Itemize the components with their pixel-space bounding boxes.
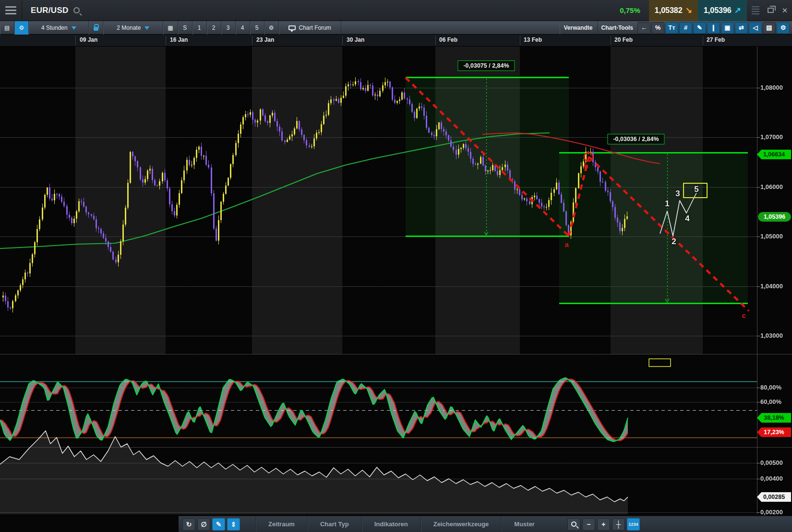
x-axis-label: 06 Feb	[439, 36, 457, 43]
chart-settings-icon[interactable]: ⚙	[777, 22, 790, 34]
numbers-icon[interactable]: 1234	[627, 518, 640, 531]
preset-button-S[interactable]: S	[178, 21, 192, 35]
bottom-menu-chart-typ[interactable]: Chart Typ	[307, 516, 361, 532]
x-axis-tick	[252, 36, 252, 45]
calendar-icon[interactable]: ▦	[163, 21, 178, 35]
restore-window-button[interactable]	[763, 4, 778, 17]
chart-forum-label: Chart Forum	[299, 24, 331, 31]
bid-price-button[interactable]: 1,05382 ↘	[649, 0, 698, 21]
chat-bubble-icon	[288, 25, 296, 30]
bottom-menu-zeichenwerkzeuge[interactable]: Zeichenwerkzeuge	[420, 516, 502, 532]
updown-icon[interactable]: ⇕	[227, 518, 240, 531]
block-icon[interactable]: ∅	[197, 518, 210, 531]
search-icon[interactable]	[73, 7, 80, 13]
news-list-icon[interactable]: ▤	[0, 21, 14, 35]
title-bar: EUR/USD 0,75% 1,05382 ↘ 1,05396 ↗ ✕	[0, 0, 792, 21]
change-percent: 0,75%	[620, 6, 640, 14]
pricelabel-icon[interactable]: ◁	[749, 22, 762, 34]
x-axis-label: 30 Jan	[347, 36, 364, 43]
period-dropdown[interactable]: 2 Monate	[103, 21, 163, 35]
drag-grip-icon[interactable]	[752, 6, 759, 14]
chart-tools-icons: ←%Tᴛ#✎❙▣⇄◁▤⚙	[637, 22, 790, 34]
x-axis-tick	[611, 36, 611, 45]
x-axis-tick	[520, 36, 520, 45]
preset-button-2[interactable]: 2	[207, 21, 221, 35]
preset-button-4[interactable]: 4	[236, 21, 250, 35]
period-value: 2 Monate	[117, 24, 141, 31]
grid-icon[interactable]: #	[679, 22, 692, 34]
timeframe-dropdown[interactable]: 4 Stunden	[29, 21, 89, 35]
zoom-presets: S12345	[178, 21, 264, 35]
bottom-left-icons: ↻∅✎⇕	[181, 518, 241, 531]
zoom-in-icon[interactable]: +	[597, 518, 610, 531]
chevron-down-icon	[72, 26, 76, 32]
bottom-menu-muster[interactable]: Muster	[501, 516, 547, 532]
x-axis-label: 13 Feb	[524, 36, 542, 43]
ask-price-button[interactable]: 1,05396 ↗	[698, 0, 747, 21]
crosshair-icon[interactable]: ┼	[612, 518, 625, 531]
preset-button-3[interactable]: 3	[221, 21, 236, 35]
candle-icon[interactable]: ❙	[707, 22, 720, 34]
bid-price: 1,05382	[655, 6, 683, 15]
preset-button-1[interactable]: 1	[192, 21, 207, 35]
x-axis[interactable]: 09 Jan16 Jan23 Jan30 Jan06 Feb13 Feb20 F…	[0, 35, 792, 47]
layers-icon[interactable]: ▣	[721, 22, 734, 34]
x-axis-label: 09 Jan	[80, 36, 97, 43]
symbol-title: EUR/USD	[31, 6, 69, 15]
percent-icon[interactable]: %	[651, 22, 664, 34]
chart-forum-button[interactable]: Chart Forum	[279, 21, 341, 35]
bottom-menus: ZeitraumChart TypIndikatorenZeichenwerkz…	[255, 516, 547, 532]
x-axis-label: 20 Feb	[614, 36, 633, 43]
x-axis-tick	[166, 36, 166, 45]
zoom-icon[interactable]	[567, 518, 580, 531]
x-axis-label: 27 Feb	[707, 36, 725, 43]
chart-window: EUR/USD 0,75% 1,05382 ↘ 1,05396 ↗ ✕ ▤ ⚙ …	[0, 0, 792, 532]
compare-icon[interactable]: ⇄	[735, 22, 748, 34]
x-axis-tick	[75, 36, 76, 45]
back-icon[interactable]: ←	[637, 22, 650, 34]
chart-toolbar: ▤ ⚙ 4 Stunden 2 Monate ▦ S12345 ⚙ Chart …	[0, 21, 792, 35]
menu-icon[interactable]	[0, 0, 22, 21]
settings-gear-icon[interactable]: ⚙	[14, 21, 29, 35]
zoom-out-icon[interactable]: −	[582, 518, 595, 531]
timeframe-value: 4 Stunden	[41, 24, 68, 31]
x-axis-tick	[435, 36, 436, 45]
gear-icon[interactable]: ⚙	[264, 21, 279, 35]
ask-up-arrow-icon: ↗	[734, 5, 741, 15]
bottom-menu-zeitraum[interactable]: Zeitraum	[255, 516, 307, 532]
bottom-toolbar: ↻∅✎⇕ ZeitraumChart TypIndikatorenZeichen…	[179, 516, 792, 532]
text-icon[interactable]: Tᴛ	[665, 22, 678, 34]
x-axis-label: 16 Jan	[170, 36, 188, 43]
x-axis-tick	[703, 36, 703, 45]
bottom-menu-indikatoren[interactable]: Indikatoren	[361, 516, 420, 532]
bottom-right-icons: −+┼1234	[566, 518, 641, 531]
preset-button-5[interactable]: 5	[250, 21, 264, 35]
chart-tools-label: Chart-Tools	[598, 24, 637, 31]
bid-down-arrow-icon: ↘	[685, 5, 692, 15]
refresh-icon[interactable]: ↻	[182, 518, 195, 531]
x-axis-label: 23 Jan	[256, 36, 274, 43]
lock-icon[interactable]	[89, 21, 103, 35]
pencil-icon[interactable]: ✎	[212, 518, 225, 531]
chevron-down-icon	[144, 26, 149, 32]
x-axis-tick	[342, 36, 343, 45]
close-button[interactable]: ✕	[778, 4, 792, 17]
chart-canvas[interactable]	[0, 47, 792, 516]
ask-price: 1,05396	[704, 6, 732, 15]
draw-icon[interactable]: ✎	[693, 22, 706, 34]
print-icon[interactable]: ▤	[763, 22, 776, 34]
related-button[interactable]: Verwandte	[560, 21, 598, 35]
